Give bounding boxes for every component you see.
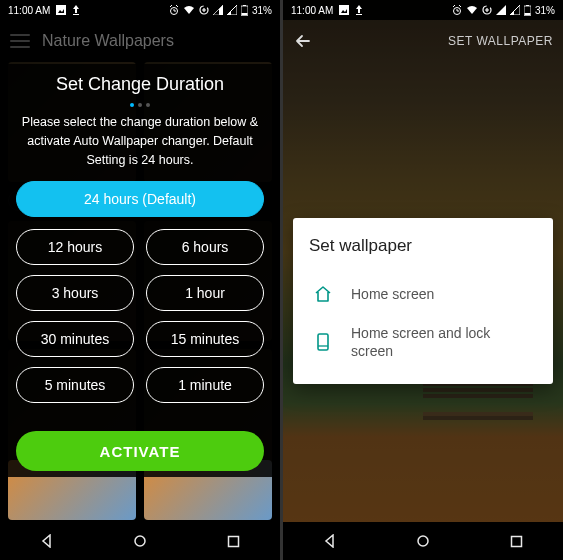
svg-rect-8 [339, 5, 349, 15]
option-label: Home screen and lock screen [351, 324, 533, 360]
option-home-screen[interactable]: Home screen [309, 274, 537, 314]
status-time: 11:00 AM [291, 5, 333, 16]
phone-icon [313, 332, 333, 352]
home-icon [313, 284, 333, 304]
option-12-hours[interactable]: 12 hours [16, 229, 134, 265]
bench-graphic [423, 382, 533, 420]
wifi-icon [183, 5, 195, 15]
nav-recent-button[interactable] [213, 526, 253, 556]
battery-icon [524, 5, 531, 16]
signal1-icon [496, 5, 506, 15]
nav-home-button[interactable] [403, 526, 443, 556]
app-bar: SET WALLPAPER [283, 20, 563, 62]
app-bar: Nature Wallpapers [0, 20, 280, 62]
nav-bar [283, 522, 563, 560]
svg-point-16 [418, 536, 428, 546]
option-1-minute[interactable]: 1 minute [146, 367, 264, 403]
status-battery-pct: 31% [252, 5, 272, 16]
nav-home-button[interactable] [120, 526, 160, 556]
menu-icon[interactable] [10, 34, 30, 48]
wifi-icon [466, 5, 478, 15]
data-saver-icon [199, 5, 209, 15]
svg-rect-13 [524, 13, 530, 16]
status-time: 11:00 AM [8, 5, 50, 16]
status-battery-pct: 31% [535, 5, 555, 16]
phone-right: 11:00 AM 31% SET WALLPAPER Set wallpaper [283, 0, 563, 560]
nav-back-button[interactable] [27, 526, 67, 556]
dialog-title: Set Change Duration [10, 74, 270, 95]
option-3-hours[interactable]: 3 hours [16, 275, 134, 311]
data-saver-icon [482, 5, 492, 15]
set-wallpaper-sheet: Set wallpaper Home screen Home screen an… [293, 218, 553, 384]
svg-rect-17 [511, 536, 521, 546]
nav-bar [0, 522, 280, 560]
alarm-icon [169, 5, 179, 15]
battery-icon [241, 5, 248, 16]
image-icon [339, 5, 349, 15]
option-30-minutes[interactable]: 30 minutes [16, 321, 134, 357]
signal2-icon [510, 5, 520, 15]
app-title: Nature Wallpapers [42, 32, 270, 50]
svg-rect-12 [526, 5, 529, 6]
option-default[interactable]: 24 hours (Default) [16, 181, 264, 217]
page-dots [10, 103, 270, 107]
signal2-icon [227, 5, 237, 15]
option-label: Home screen [351, 285, 533, 303]
svg-rect-5 [241, 13, 247, 16]
upload-icon [72, 5, 80, 15]
option-6-hours[interactable]: 6 hours [146, 229, 264, 265]
signal1-icon [213, 5, 223, 15]
nav-recent-button[interactable] [496, 526, 536, 556]
option-home-and-lock[interactable]: Home screen and lock screen [309, 314, 537, 370]
set-wallpaper-action[interactable]: SET WALLPAPER [448, 34, 553, 48]
svg-rect-0 [56, 5, 66, 15]
svg-point-6 [135, 536, 145, 546]
image-icon [56, 5, 66, 15]
sheet-title: Set wallpaper [309, 236, 537, 256]
dialog-description: Please select the change duration below … [10, 113, 270, 169]
duration-dialog: Set Change Duration Please select the ch… [4, 64, 276, 477]
svg-rect-7 [228, 536, 238, 546]
upload-icon [355, 5, 363, 15]
option-15-minutes[interactable]: 15 minutes [146, 321, 264, 357]
status-bar: 11:00 AM 31% [283, 0, 563, 20]
activate-button[interactable]: ACTIVATE [16, 431, 264, 471]
option-1-hour[interactable]: 1 hour [146, 275, 264, 311]
alarm-icon [452, 5, 462, 15]
svg-rect-4 [243, 5, 246, 6]
phone-left: 11:00 AM 31% Nature Wallpapers MYSTIC LI… [0, 0, 280, 560]
nav-back-button[interactable] [310, 526, 350, 556]
svg-rect-14 [318, 334, 328, 350]
back-button[interactable] [293, 31, 313, 51]
option-5-minutes[interactable]: 5 minutes [16, 367, 134, 403]
status-bar: 11:00 AM 31% [0, 0, 280, 20]
